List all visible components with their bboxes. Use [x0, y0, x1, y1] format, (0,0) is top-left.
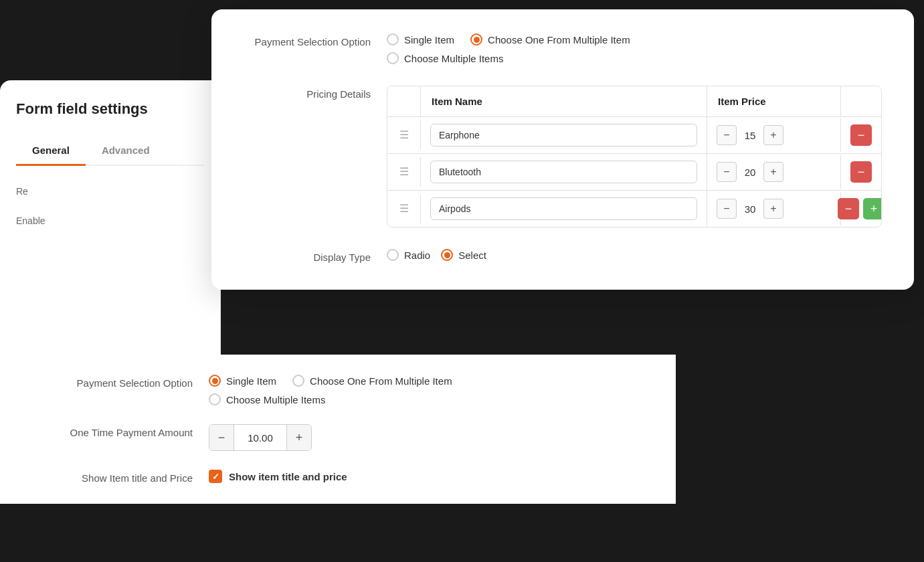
pricing-table-wrapper: Item Name Item Price ☰ − 15 + [387, 86, 882, 227]
remove-row-2[interactable]: − [850, 161, 872, 183]
drag-icon-2: ☰ [399, 167, 409, 177]
radio-choose-one[interactable]: Choose One From Multiple Item [470, 33, 630, 45]
bottom-radio-multiple-label: Choose Multiple Items [226, 394, 325, 405]
sidebar-title: Form field settings [16, 100, 204, 118]
price-plus-1[interactable]: + [763, 125, 783, 145]
pricing-row-3: ☰ − 30 + − + [387, 191, 881, 227]
add-row[interactable]: + [863, 198, 882, 219]
bottom-radio-single-label: Single Item [226, 375, 276, 387]
radio-select[interactable]: Select [441, 249, 486, 261]
radio-choose-one-circle [470, 33, 482, 45]
radio-radio-circle [387, 249, 399, 261]
display-type-options: Radio Select [387, 249, 882, 261]
radio-choose-one-label: Choose One From Multiple Item [488, 34, 630, 45]
pricing-row-2: ☰ − 20 + − [387, 154, 881, 191]
price-minus-2[interactable]: − [717, 162, 737, 182]
name-input-2[interactable] [430, 161, 697, 183]
payment-selection-row: Payment Selection Option Single Item Cho… [244, 33, 882, 64]
tab-advanced[interactable]: Advanced [86, 138, 166, 166]
action-cell-1: − [841, 118, 881, 153]
col-actions [841, 86, 881, 116]
col-drag [387, 86, 421, 116]
bottom-radio-single[interactable]: Single Item [209, 375, 276, 387]
tabs: General Advanced [16, 138, 204, 166]
pricing-details-row: Pricing Details Item Name Item Price ☰ [244, 86, 882, 227]
payment-selection-label: Payment Selection Option [244, 33, 371, 48]
price-minus-3[interactable]: − [717, 199, 737, 219]
bottom-radio-choose-one-label: Choose One From Multiple Item [310, 375, 452, 387]
radio-radio[interactable]: Radio [387, 249, 430, 261]
price-plus-2[interactable]: + [763, 162, 783, 182]
amount-plus[interactable]: + [287, 425, 311, 450]
price-cell-1: − 15 + [707, 118, 841, 152]
remove-row-3[interactable]: − [838, 198, 859, 219]
remove-row-1[interactable]: − [850, 124, 872, 146]
bottom-payment-label: Payment Selection Option [32, 375, 193, 389]
pricing-table-header: Item Name Item Price [387, 86, 881, 117]
name-cell-2 [421, 154, 707, 190]
price-minus-1[interactable]: − [717, 125, 737, 145]
radio-single-item[interactable]: Single Item [387, 33, 454, 45]
show-item-row: Show Item title and Price Show item titl… [32, 470, 644, 484]
bottom-payment-content: Single Item Choose One From Multiple Ite… [209, 375, 644, 405]
bottom-payment-bottom: Choose Multiple Items [209, 393, 644, 405]
name-input-3[interactable] [430, 197, 697, 220]
radio-choose-multiple[interactable]: Choose Multiple Items [387, 52, 503, 64]
drag-handle-2[interactable]: ☰ [387, 157, 421, 187]
bottom-radio-single-circle [209, 375, 221, 387]
sidebar-row-enable: Enable [16, 215, 204, 226]
display-type-row: Display Type Radio Select [244, 249, 882, 263]
amount-minus[interactable]: − [209, 425, 234, 450]
action-cell-2: − [841, 155, 881, 189]
name-cell-3 [421, 191, 707, 227]
show-item-checkbox[interactable] [209, 470, 222, 483]
drag-handle-3[interactable]: ☰ [387, 194, 421, 223]
price-val-3: 30 [737, 203, 763, 215]
radio-choose-multiple-circle [387, 52, 399, 64]
amount-stepper: − 10.00 + [209, 424, 312, 451]
one-time-payment-label: One Time Payment Amount [32, 424, 193, 438]
bottom-radio-choose-one[interactable]: Choose One From Multiple Item [292, 375, 452, 387]
radio-single-item-circle [387, 33, 399, 45]
drag-handle-1[interactable]: ☰ [387, 120, 421, 150]
price-val-1: 15 [737, 130, 763, 141]
bottom-radio-multiple-circle [209, 393, 221, 405]
price-cell-3: − 30 + [707, 192, 841, 225]
name-input-1[interactable] [430, 124, 697, 147]
display-type-content: Radio Select [387, 249, 882, 261]
action-cell-3: − + [841, 191, 881, 226]
amount-value: 10.00 [234, 425, 287, 450]
price-cell-2: − 20 + [707, 155, 841, 189]
show-item-checkbox-label: Show item title and price [229, 471, 347, 482]
radio-choose-multiple-label: Choose Multiple Items [404, 53, 503, 64]
pricing-table: Item Name Item Price ☰ − 15 + [387, 86, 882, 227]
bottom-payment-row: Payment Selection Option Single Item Cho… [32, 375, 644, 405]
show-item-label: Show Item title and Price [32, 470, 193, 484]
main-card: Payment Selection Option Single Item Cho… [211, 9, 914, 290]
display-type-label: Display Type [244, 249, 371, 263]
payment-selection-bottom-group: Choose Multiple Items [387, 52, 882, 64]
bottom-radio-choose-one-circle [292, 375, 304, 387]
drag-icon-3: ☰ [399, 203, 409, 214]
sidebar-row-re: Re [16, 186, 204, 197]
pricing-row-1: ☰ − 15 + − [387, 117, 881, 154]
one-time-payment-row: One Time Payment Amount − 10.00 + [32, 424, 644, 451]
radio-radio-label: Radio [404, 250, 430, 261]
drag-icon-1: ☰ [399, 130, 409, 140]
radio-select-label: Select [458, 250, 486, 261]
bottom-section: Payment Selection Option Single Item Cho… [0, 355, 676, 504]
col-item-price: Item Price [707, 86, 841, 116]
tab-general[interactable]: General [16, 138, 86, 166]
pricing-details-label: Pricing Details [244, 86, 371, 100]
payment-selection-content: Single Item Choose One From Multiple Ite… [387, 33, 882, 64]
show-item-checkbox-wrapper: Show item title and price [209, 470, 347, 483]
payment-selection-top-group: Single Item Choose One From Multiple Ite… [387, 33, 882, 45]
radio-select-circle [441, 249, 453, 261]
bottom-radio-multiple[interactable]: Choose Multiple Items [209, 393, 325, 405]
radio-single-item-label: Single Item [404, 34, 454, 45]
price-plus-3[interactable]: + [763, 199, 783, 219]
price-val-2: 20 [737, 167, 763, 178]
bottom-payment-top: Single Item Choose One From Multiple Ite… [209, 375, 644, 387]
name-cell-1 [421, 117, 707, 153]
col-item-name: Item Name [421, 86, 707, 116]
